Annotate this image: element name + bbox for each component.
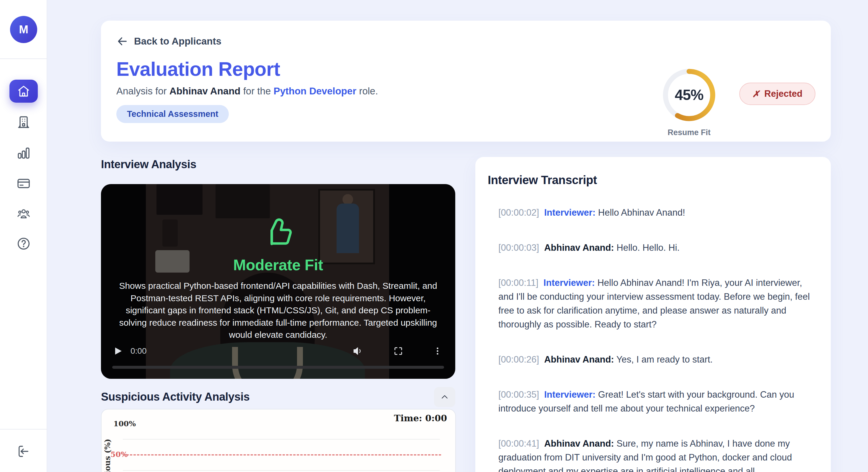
- back-label: Back to Applicants: [134, 36, 221, 47]
- bar-chart-icon: [17, 146, 31, 160]
- chevron-up-icon: [440, 393, 449, 402]
- sidebar-item-logout[interactable]: [17, 444, 31, 459]
- chart-threshold-line: [123, 454, 441, 456]
- status-badge: ✗ Rejected: [739, 82, 815, 105]
- transcript-speaker: Abhinav Anand:: [544, 438, 614, 449]
- suspicious-activity-heading: Suspicious Activity Analysis: [101, 391, 249, 403]
- sidebar-item-team[interactable]: [17, 206, 31, 221]
- video-timeline[interactable]: [112, 366, 444, 369]
- transcript-entry: [00:00:02] Interviewer: Hello Abhinav An…: [498, 206, 813, 220]
- transcript-entry: [00:00:41] Abhinav Anand: Sure, my name …: [498, 437, 813, 472]
- back-to-applicants-link[interactable]: Back to Applicants: [116, 35, 221, 47]
- sidebar: M: [0, 0, 47, 472]
- transcript-timestamp: [00:00:11]: [498, 278, 538, 288]
- suspicious-activity-chart: Time: 0:00 100% 50% Suspicious (%): [101, 409, 456, 472]
- resume-fit-value: 45%: [661, 67, 717, 123]
- resume-fit-widget: 45% Resume Fit: [661, 67, 717, 137]
- video-current-time: 0:00: [130, 346, 147, 356]
- chart-ylabel: Suspicious (%): [103, 426, 112, 472]
- sidebar-item-help[interactable]: [17, 237, 31, 251]
- transcript-timestamp: [00:00:35]: [498, 390, 539, 400]
- sidebar-item-home[interactable]: [9, 80, 38, 103]
- transcript-speaker: Abhinav Anand:: [544, 354, 614, 365]
- chart-ytick-100: 100%: [113, 419, 136, 428]
- credit-card-icon: [17, 176, 31, 191]
- transcript-entry: [00:00:35] Interviewer: Great! Let's sta…: [498, 387, 813, 415]
- video-controls: 0:00: [101, 343, 455, 359]
- role-name[interactable]: Python Developer: [273, 86, 356, 97]
- transcript-speaker: Interviewer:: [544, 207, 595, 218]
- logout-icon: [17, 445, 30, 458]
- transcript-timestamp: [00:00:26]: [498, 354, 539, 365]
- building-icon: [17, 115, 31, 129]
- report-header-card: Back to Applicants Evaluation Report Ana…: [101, 21, 831, 142]
- transcript-text: Hello. Hello. Hi.: [616, 242, 680, 253]
- transcript-speaker: Interviewer:: [544, 278, 595, 288]
- transcript-entries: [00:00:02] Interviewer: Hello Abhinav An…: [498, 206, 813, 472]
- sidebar-divider-bottom: [0, 429, 47, 430]
- interview-video-player[interactable]: Moderate Fit Shows practical Python-base…: [101, 184, 455, 379]
- candidate-name: Abhinav Anand: [169, 86, 241, 97]
- sidebar-item-billing[interactable]: [17, 176, 31, 191]
- transcript-entry: [00:00:11] Interviewer: Hello Abhinav An…: [498, 276, 813, 331]
- transcript-timestamp: [00:00:02]: [498, 207, 539, 218]
- sidebar-item-organization[interactable]: [17, 115, 31, 129]
- thumbs-up-icon: [263, 217, 293, 250]
- transcript-heading: Interview Transcript: [488, 173, 813, 187]
- chart-gridline-25: [123, 470, 440, 471]
- help-circle-icon: [17, 237, 31, 251]
- back-arrow-icon: [116, 35, 128, 47]
- transcript-text: Yes, I am ready to start.: [616, 354, 713, 365]
- sidebar-item-analytics[interactable]: [17, 146, 31, 160]
- interview-analysis-heading: Interview Analysis: [101, 158, 196, 171]
- transcript-entry: [00:00:26] Abhinav Anand: Yes, I am read…: [498, 352, 813, 366]
- kebab-menu-icon[interactable]: [433, 346, 442, 356]
- evaluation-report-page: M: [0, 0, 868, 472]
- transcript-timestamp: [00:00:41]: [498, 438, 539, 449]
- chart-time-annotation: Time: 0:00: [394, 413, 447, 423]
- status-label: Rejected: [764, 89, 802, 99]
- interview-transcript-panel[interactable]: Interview Transcript [00:00:02] Intervie…: [475, 157, 831, 472]
- transcript-text: Sure, my name is Abhinav, I have done my…: [498, 438, 792, 472]
- collapse-section-button[interactable]: [434, 387, 455, 407]
- assessment-type-chip: Technical Assessment: [116, 105, 229, 123]
- resume-fit-label: Resume Fit: [661, 128, 717, 137]
- avatar[interactable]: M: [10, 16, 37, 43]
- transcript-speaker: Interviewer:: [544, 390, 595, 400]
- transcript-entry: [00:00:03] Abhinav Anand: Hello. Hello. …: [498, 241, 813, 255]
- sidebar-divider: [0, 58, 47, 59]
- resume-fit-ring: 45%: [661, 67, 717, 123]
- transcript-text: Hello Abhinav Anand!: [598, 207, 685, 218]
- fullscreen-icon[interactable]: [393, 346, 403, 356]
- transcript-speaker: Abhinav Anand:: [544, 242, 614, 253]
- chart-gridline-75: [123, 439, 440, 440]
- transcript-text: Great! Let's start with your background.…: [498, 390, 794, 414]
- x-mark-icon: ✗: [752, 89, 760, 99]
- transcript-timestamp: [00:00:03]: [498, 242, 539, 253]
- home-icon: [17, 85, 30, 98]
- verdict-text: Moderate Fit: [101, 256, 455, 274]
- verdict-description: Shows practical Python-based frontend/AP…: [115, 280, 441, 341]
- verdict-overlay: Moderate Fit Shows practical Python-base…: [101, 217, 455, 341]
- play-icon[interactable]: [114, 347, 122, 355]
- users-icon: [17, 206, 31, 221]
- volume-icon[interactable]: [352, 345, 364, 357]
